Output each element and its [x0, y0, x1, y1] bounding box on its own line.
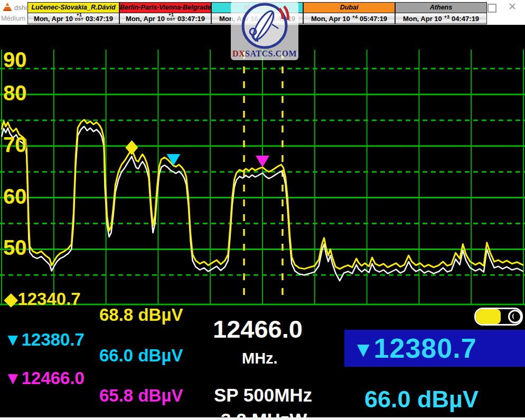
clock-time-row: Mon, Apr 10+405:47:19 — [303, 13, 395, 24]
marker-level-readout-1: 68.8 dBµV — [99, 305, 183, 325]
marker-symbol-icon: ◆ — [4, 289, 17, 309]
clock-panel-1[interactable]: Lučenec-Slovakia_R.DávidMon, Apr 10+1DST… — [27, 2, 119, 25]
clock-time: 03:47:19 — [86, 15, 113, 23]
clock-time-row: Mon, Apr 10+1DST03:47:19 — [119, 13, 211, 24]
frequency-unit: MHz. — [242, 350, 278, 367]
close-button[interactable]: ✕ — [507, 1, 518, 13]
center-frequency: 12466.0 — [213, 314, 303, 343]
marker-3-triangle-down-icon — [256, 156, 269, 167]
marker-frequency: 12380.7 — [22, 330, 85, 349]
marker-level-readout-3: 65.8 dBµV — [99, 386, 183, 406]
marker-symbol-icon: ▼ — [4, 330, 22, 349]
battery-terminal-icon — [508, 310, 522, 323]
active-marker-frequency: 12380.7 — [374, 332, 477, 364]
spectrum-analyzer-app: 9080706050 ◆12340.768.8 dBµV▼12380.766.0… — [0, 25, 525, 417]
clock-time-row: Mon, Apr 10+1DST03:47:19 — [27, 13, 119, 24]
clock-utc-offset: +3 — [444, 15, 449, 20]
clock-city: Berlin-Paris-Vienna-Belgrade — [119, 2, 211, 13]
vlc-cone-icon — [3, 3, 12, 11]
marker-frequency-readout-2: ▼12380.7 — [4, 330, 85, 350]
active-marker-level: 66.0 dBµV — [364, 386, 479, 413]
marker-frequency-readout-3: ▼12466.0 — [4, 368, 85, 388]
clock-date: Mon, Apr 10 — [403, 15, 442, 23]
y-axis-label-80: 80 — [3, 82, 44, 103]
media-label: Médium — [1, 14, 25, 22]
clock-time: 05:47:19 — [360, 15, 387, 23]
active-marker-box: ▼ 12380.7 — [344, 330, 525, 367]
spectrum-grid — [0, 50, 525, 304]
marker-symbol-icon: ▼ — [4, 368, 22, 388]
active-marker-symbol-icon: ▼ — [353, 338, 374, 361]
clock-date: Mon, Apr 10 — [34, 15, 73, 23]
battery-icon — [474, 308, 523, 326]
logo-text: DXSATCS.COM — [231, 49, 298, 59]
y-axis-label-60: 60 — [3, 186, 44, 207]
bottom-border — [0, 417, 525, 420]
logo-emblem-icon — [231, 1, 298, 50]
marker-frequency: 12340.7 — [17, 289, 80, 309]
clock-utc-offset: +4 — [352, 15, 358, 20]
clock-date: Mon, Apr 10 — [311, 15, 350, 23]
clock-dst-label: DST — [167, 17, 175, 22]
clock-time: 04:47:19 — [452, 15, 479, 23]
clock-city: Athens — [395, 2, 487, 13]
y-axis-label-50: 50 — [3, 237, 44, 258]
marker-frequency-readout-1: ◆12340.7 — [4, 289, 81, 309]
y-axis-label-70: 70 — [3, 134, 44, 155]
clock-time-row: Mon, Apr 10+304:47:19 — [395, 13, 487, 24]
marker-level-readout-2: 66.0 dBµV — [99, 346, 183, 366]
clock-city: Dubai — [303, 2, 395, 13]
clock-panel-2[interactable]: Berlin-Paris-Vienna-BelgradeMon, Apr 10+… — [119, 2, 211, 25]
marker-frequency: 12466.0 — [22, 368, 85, 388]
clock-dst-label: DST — [75, 17, 83, 22]
clock-time: 03:47:19 — [177, 15, 205, 23]
dxsatcs-logo: DXSATCS.COM — [231, 1, 298, 60]
clock-date: Mon, Apr 10 — [126, 15, 165, 23]
close-icon: ✕ — [508, 1, 517, 12]
maximize-button[interactable] — [487, 4, 496, 13]
clock-panel-4[interactable]: DubaiMon, Apr 10+405:47:19 — [303, 2, 395, 25]
battery-fill — [476, 309, 501, 324]
clock-city: Lučenec-Slovakia_R.Dávid — [27, 2, 119, 13]
y-axis-label-90: 90 — [3, 49, 44, 70]
clock-panel-5[interactable]: AthensMon, Apr 10+304:47:19 — [395, 2, 487, 25]
marker-1-diamond-icon — [125, 140, 138, 155]
span-setting: SP 500MHz — [214, 385, 312, 406]
spectrum-plot — [0, 50, 525, 306]
